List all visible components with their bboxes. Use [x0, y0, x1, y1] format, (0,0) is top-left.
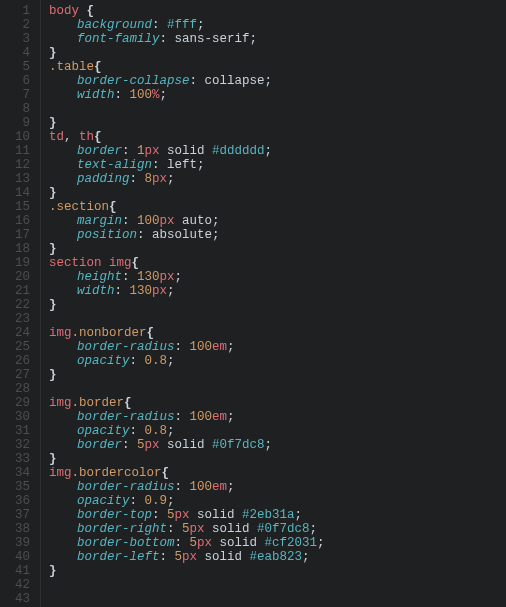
line-number: 18 [0, 242, 30, 256]
line-number: 39 [0, 536, 30, 550]
code-line[interactable]: width: 100%; [49, 88, 506, 102]
line-number: 10 [0, 130, 30, 144]
code-line[interactable]: border-top: 5px solid #2eb31a; [49, 508, 506, 522]
line-number: 21 [0, 284, 30, 298]
code-line[interactable]: } [49, 116, 506, 130]
line-number: 37 [0, 508, 30, 522]
code-line[interactable]: } [49, 368, 506, 382]
code-line[interactable]: border-left: 5px solid #eab823; [49, 550, 506, 564]
code-line[interactable]: .section{ [49, 200, 506, 214]
code-line[interactable]: img.border{ [49, 396, 506, 410]
line-number: 17 [0, 228, 30, 242]
line-number: 1 [0, 4, 30, 18]
line-number: 30 [0, 410, 30, 424]
line-number: 43 [0, 592, 30, 606]
line-number: 28 [0, 382, 30, 396]
code-line[interactable] [49, 312, 506, 326]
line-number: 35 [0, 480, 30, 494]
code-line[interactable]: position: absolute; [49, 228, 506, 242]
line-number: 36 [0, 494, 30, 508]
code-line[interactable]: body { [49, 4, 506, 18]
line-number: 2 [0, 18, 30, 32]
code-line[interactable] [49, 578, 506, 592]
line-number: 12 [0, 158, 30, 172]
code-line[interactable]: margin: 100px auto; [49, 214, 506, 228]
code-line[interactable]: } [49, 186, 506, 200]
line-number: 15 [0, 200, 30, 214]
line-number: 41 [0, 564, 30, 578]
line-number: 27 [0, 368, 30, 382]
line-number: 22 [0, 298, 30, 312]
line-number: 23 [0, 312, 30, 326]
line-number: 11 [0, 144, 30, 158]
line-number: 3 [0, 32, 30, 46]
code-line[interactable]: font-family: sans-serif; [49, 32, 506, 46]
code-line[interactable]: } [49, 564, 506, 578]
code-line[interactable]: border-radius: 100em; [49, 480, 506, 494]
line-number: 13 [0, 172, 30, 186]
code-line[interactable]: width: 130px; [49, 284, 506, 298]
line-number: 29 [0, 396, 30, 410]
line-number: 42 [0, 578, 30, 592]
line-number: 14 [0, 186, 30, 200]
line-number: 32 [0, 438, 30, 452]
code-line[interactable]: background: #fff; [49, 18, 506, 32]
line-number: 5 [0, 60, 30, 74]
code-line[interactable]: } [49, 46, 506, 60]
code-line[interactable]: } [49, 242, 506, 256]
code-line[interactable]: border: 1px solid #dddddd; [49, 144, 506, 158]
code-line[interactable]: .table{ [49, 60, 506, 74]
code-line[interactable]: border-radius: 100em; [49, 340, 506, 354]
line-number: 9 [0, 116, 30, 130]
line-number-gutter: 1234567891011121314151617181920212223242… [0, 0, 40, 607]
code-line[interactable]: border-radius: 100em; [49, 410, 506, 424]
code-line[interactable]: height: 130px; [49, 270, 506, 284]
line-number: 24 [0, 326, 30, 340]
code-line[interactable]: border-right: 5px solid #0f7dc8; [49, 522, 506, 536]
line-number: 25 [0, 340, 30, 354]
code-line[interactable]: padding: 8px; [49, 172, 506, 186]
code-line[interactable]: section img{ [49, 256, 506, 270]
line-number: 7 [0, 88, 30, 102]
code-line[interactable] [49, 592, 506, 606]
code-line[interactable]: } [49, 452, 506, 466]
code-line[interactable] [49, 382, 506, 396]
line-number: 34 [0, 466, 30, 480]
line-number: 6 [0, 74, 30, 88]
code-content[interactable]: body {background: #fff;font-family: sans… [40, 0, 506, 607]
code-line[interactable]: img.nonborder{ [49, 326, 506, 340]
code-line[interactable]: td, th{ [49, 130, 506, 144]
line-number: 31 [0, 424, 30, 438]
code-line[interactable]: text-align: left; [49, 158, 506, 172]
code-editor: 1234567891011121314151617181920212223242… [0, 0, 506, 607]
code-line[interactable]: opacity: 0.8; [49, 354, 506, 368]
line-number: 26 [0, 354, 30, 368]
line-number: 20 [0, 270, 30, 284]
code-line[interactable]: opacity: 0.9; [49, 494, 506, 508]
code-line[interactable]: opacity: 0.8; [49, 424, 506, 438]
code-line[interactable]: } [49, 298, 506, 312]
code-line[interactable]: border-bottom: 5px solid #cf2031; [49, 536, 506, 550]
line-number: 8 [0, 102, 30, 116]
line-number: 16 [0, 214, 30, 228]
code-line[interactable]: border: 5px solid #0f7dc8; [49, 438, 506, 452]
code-line[interactable]: img.bordercolor{ [49, 466, 506, 480]
line-number: 40 [0, 550, 30, 564]
line-number: 19 [0, 256, 30, 270]
code-line[interactable] [49, 102, 506, 116]
line-number: 38 [0, 522, 30, 536]
code-line[interactable]: border-collapse: collapse; [49, 74, 506, 88]
line-number: 4 [0, 46, 30, 60]
line-number: 33 [0, 452, 30, 466]
